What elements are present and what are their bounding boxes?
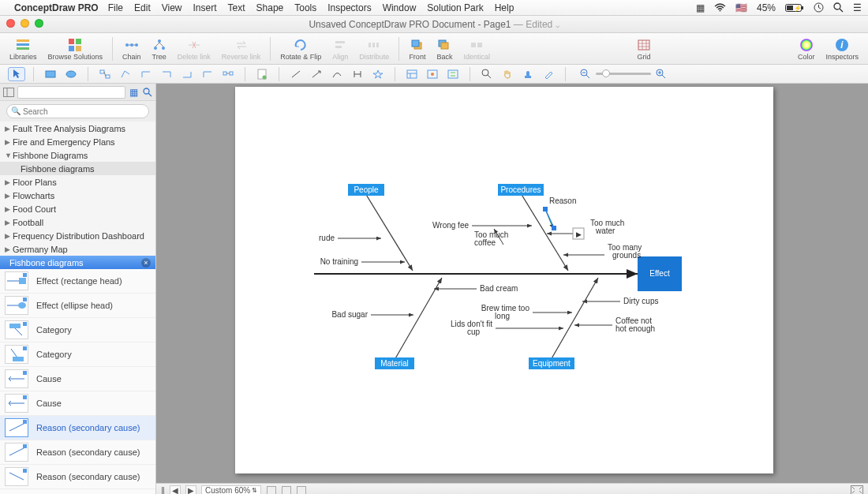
connector-tool-3[interactable] — [137, 67, 155, 81]
page-thumb[interactable] — [267, 486, 276, 495]
list-icon[interactable]: ☰ — [853, 2, 862, 13]
zoom-window-button[interactable] — [35, 19, 43, 28]
star-tool[interactable] — [369, 67, 387, 81]
shape-item[interactable]: Effect (rectange head) — [0, 269, 155, 294]
shape-item[interactable]: Effect (ellipse head) — [0, 294, 155, 318]
tree-item[interactable]: ▶Floor Plans — [0, 175, 155, 189]
close-library-icon[interactable]: × — [141, 258, 151, 268]
search-toggle-icon[interactable] — [142, 86, 152, 99]
connector-tool-5[interactable] — [178, 67, 196, 81]
panel-toggle-icon[interactable] — [3, 86, 14, 99]
hand-tool[interactable] — [499, 67, 516, 81]
pointer-tool[interactable] — [8, 67, 25, 81]
tree-item[interactable]: ▶Frequency Distribution Dashboard — [0, 229, 155, 242]
libraries-button[interactable]: Libraries — [5, 34, 42, 64]
tree-subitem[interactable]: Fishbone diagrams — [0, 162, 155, 175]
layout-tool-3[interactable] — [444, 67, 462, 81]
close-window-button[interactable] — [6, 19, 15, 28]
document-page[interactable]: Effect People rude No training Procedure… — [235, 87, 773, 473]
menu-insert[interactable]: Insert — [193, 2, 217, 13]
tree-item[interactable]: ▶Flowcharts — [0, 189, 155, 202]
clock-icon[interactable] — [814, 2, 824, 13]
connector-tool-6[interactable] — [199, 67, 216, 81]
zoom-tool[interactable] — [478, 67, 496, 81]
page-thumb[interactable] — [297, 486, 306, 495]
grid-menu-icon[interactable]: ▦ — [696, 2, 705, 13]
inspectors-button[interactable]: i Inspectors — [821, 34, 863, 64]
menu-text[interactable]: Text — [228, 2, 245, 13]
tree-item[interactable]: ▶Fault Tree Analysis Diagrams — [0, 122, 155, 135]
shape-item[interactable]: Cause — [0, 367, 155, 391]
curve-tool[interactable] — [328, 67, 346, 81]
menu-solution-park[interactable]: Solution Park — [427, 2, 483, 13]
grid-view-icon[interactable]: ▦ — [129, 86, 139, 99]
tree-item[interactable]: ▶Food Court — [0, 202, 155, 215]
connector-tool-4[interactable] — [158, 67, 175, 81]
next-page-button[interactable]: ▶ — [185, 485, 196, 495]
library-filter-input[interactable] — [17, 86, 125, 99]
scroll-grip-icon[interactable]: ‖ — [161, 486, 165, 494]
page-tool[interactable] — [253, 67, 271, 81]
menu-shape[interactable]: Shape — [256, 2, 284, 13]
menu-tools[interactable]: Tools — [294, 2, 316, 13]
search-input[interactable] — [6, 104, 149, 118]
menu-window[interactable]: Window — [383, 2, 417, 13]
tree-item[interactable]: ▼Fishbone Diagrams — [0, 148, 155, 162]
line-tool[interactable] — [287, 67, 305, 81]
menu-view[interactable]: View — [162, 2, 182, 13]
shape-item-selected[interactable]: Reason (secondary cause) — [0, 416, 155, 440]
app-name[interactable]: ConceptDraw PRO — [14, 2, 99, 13]
back-button[interactable]: Back — [432, 34, 457, 64]
shape-item[interactable]: Category — [0, 318, 155, 342]
align-button[interactable]: Align — [327, 34, 353, 64]
zoom-in-icon[interactable] — [656, 69, 667, 80]
rect-tool[interactable] — [42, 67, 59, 81]
shape-item[interactable]: Cause — [0, 391, 155, 416]
menu-inspectors[interactable]: Inspectors — [327, 2, 371, 13]
layout-tool-2[interactable] — [424, 67, 441, 81]
tree-item[interactable]: ▶Germany Map — [0, 242, 155, 256]
zoom-level-select[interactable]: Custom 60% ⇅ — [201, 485, 261, 495]
chain-button[interactable]: Chain — [118, 34, 146, 64]
connector-tool-1[interactable] — [96, 67, 114, 81]
connector-tool-7[interactable] — [219, 67, 237, 81]
zoom-knob[interactable] — [602, 69, 610, 77]
zoom-track[interactable] — [596, 73, 651, 75]
shape-item[interactable]: Category — [0, 342, 155, 367]
minimize-window-button[interactable] — [21, 19, 29, 28]
page-thumb[interactable] — [282, 486, 291, 495]
connector-tool-2[interactable] — [117, 67, 134, 81]
menu-help[interactable]: Help — [495, 2, 514, 13]
ellipse-tool[interactable] — [62, 67, 80, 81]
spotlight-icon[interactable] — [833, 2, 844, 13]
active-library-header[interactable]: Fishbone diagrams × — [0, 256, 155, 269]
fit-view-icon[interactable] — [851, 485, 863, 495]
tree-button[interactable]: Tree — [148, 34, 171, 64]
shape-item[interactable]: Reason (secondary cause) — [0, 465, 155, 489]
grid-button[interactable]: Grid — [632, 34, 655, 64]
identical-button[interactable]: Identical — [458, 34, 495, 64]
color-button[interactable]: Color — [793, 34, 820, 64]
distribute-button[interactable]: Distribute — [354, 34, 394, 64]
prev-page-button[interactable]: ◀ — [170, 485, 181, 495]
delete-link-button[interactable]: Delete link — [173, 34, 215, 64]
arrow-tool[interactable] — [308, 67, 325, 81]
browse-solutions-button[interactable]: Browse Solutions — [43, 34, 108, 64]
pen-tool[interactable] — [540, 67, 557, 81]
wifi-icon[interactable] — [714, 3, 726, 12]
menu-edit[interactable]: Edit — [134, 2, 151, 13]
front-button[interactable]: Front — [404, 34, 430, 64]
reverse-link-button[interactable]: Reverse link — [217, 34, 266, 64]
rotate-flip-button[interactable]: Rotate & Flip — [275, 34, 326, 64]
menu-file[interactable]: File — [108, 2, 123, 13]
zoom-slider[interactable] — [580, 69, 667, 80]
battery-icon[interactable]: ⚡ — [785, 3, 804, 13]
shape-item[interactable]: Reason (secondary cause) — [0, 440, 155, 465]
zoom-out-icon[interactable] — [580, 69, 591, 80]
dimension-tool[interactable] — [349, 67, 366, 81]
canvas-viewport[interactable]: Effect People rude No training Procedure… — [156, 84, 868, 483]
layout-tool-1[interactable] — [403, 67, 421, 81]
stamp-tool[interactable] — [519, 67, 537, 81]
tree-item[interactable]: ▶Football — [0, 215, 155, 229]
flag-icon[interactable]: 🇺🇸 — [735, 2, 747, 13]
